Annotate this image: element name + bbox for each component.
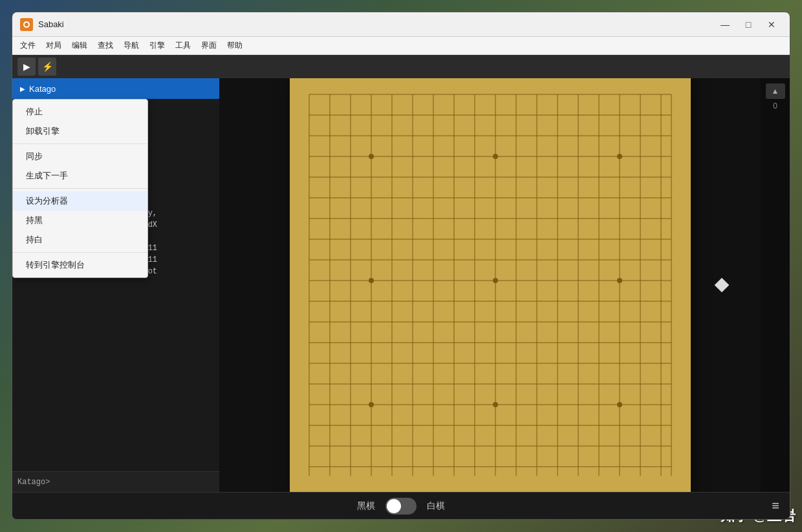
- svg-point-48: [493, 402, 498, 407]
- white-label: 白棋: [427, 500, 445, 512]
- close-button[interactable]: ✕: [761, 16, 782, 34]
- cursor-diamond: [715, 278, 730, 293]
- svg-point-41: [369, 154, 374, 159]
- bottom-bar: 黑棋 白棋 ≡: [12, 492, 790, 519]
- lightning-button[interactable]: ⚡: [38, 58, 56, 76]
- menu-item-查找[interactable]: 查找: [92, 39, 118, 52]
- svg-point-49: [617, 402, 622, 407]
- console-input-bar: Katago>: [12, 471, 219, 492]
- board-svg: [290, 78, 691, 492]
- main-content: ▶ Katago 停止 卸载引擎 同步 生成下一手 设为分析器 持黑 持白 转到…: [12, 78, 790, 492]
- toolbar: ▶ ⚡: [12, 55, 790, 78]
- context-menu: 停止 卸载引擎 同步 生成下一手 设为分析器 持黑 持白 转到引擎控制台: [12, 99, 148, 278]
- menu-item-对局[interactable]: 对局: [41, 39, 67, 52]
- menu-bar: 文件对局编辑查找导航引擎工具界面帮助: [12, 37, 790, 55]
- separator-2: [13, 188, 147, 189]
- svg-point-43: [617, 154, 622, 159]
- go-board-container: [290, 78, 691, 492]
- menu-item-帮助[interactable]: 帮助: [222, 39, 248, 52]
- svg-point-46: [617, 278, 622, 283]
- menu-item-工具[interactable]: 工具: [170, 39, 196, 52]
- menu-item-界面[interactable]: 界面: [196, 39, 222, 52]
- color-toggle[interactable]: [385, 498, 417, 515]
- sabaki-window: Sabaki — □ ✕ 文件对局编辑查找导航引擎工具界面帮助 ▶ ⚡ ▶ Ka…: [12, 12, 790, 520]
- svg-point-44: [369, 278, 374, 283]
- menu-item-编辑[interactable]: 编辑: [67, 39, 92, 52]
- black-label: 黑棋: [357, 500, 375, 512]
- toggle-knob: [387, 499, 401, 513]
- svg-point-42: [493, 154, 498, 159]
- app-icon: [20, 18, 33, 31]
- menu-play-black[interactable]: 持黑: [13, 211, 147, 230]
- menu-item-导航[interactable]: 导航: [118, 39, 144, 52]
- bottom-menu-button[interactable]: ≡: [772, 498, 779, 513]
- engine-item-katago[interactable]: ▶ Katago: [12, 78, 219, 99]
- score-badge: 0: [773, 101, 777, 111]
- play-button[interactable]: ▶: [17, 58, 36, 76]
- svg-point-45: [493, 278, 498, 283]
- menu-unload[interactable]: 卸载引擎: [13, 122, 147, 141]
- scroll-up-button[interactable]: ▲: [766, 83, 785, 99]
- console-input[interactable]: [52, 478, 214, 487]
- menu-sync[interactable]: 同步: [13, 147, 147, 166]
- go-board[interactable]: [290, 78, 691, 492]
- menu-item-文件[interactable]: 文件: [15, 39, 41, 52]
- minimize-button[interactable]: —: [715, 16, 735, 34]
- menu-set-analyzer[interactable]: 设为分析器: [13, 191, 147, 211]
- maximize-button[interactable]: □: [738, 16, 759, 34]
- engine-arrow: ▶: [20, 85, 25, 92]
- menu-engine-console[interactable]: 转到引擎控制台: [13, 255, 147, 275]
- svg-point-47: [369, 402, 374, 407]
- menu-play-white[interactable]: 持白: [13, 230, 147, 250]
- console-prompt: Katago>: [17, 478, 50, 487]
- window-controls: — □ ✕: [715, 16, 782, 34]
- title-bar: Sabaki — □ ✕: [12, 12, 790, 37]
- menu-stop[interactable]: 停止: [13, 102, 147, 122]
- separator-3: [13, 252, 147, 253]
- right-panel: ▲ 0: [761, 78, 790, 492]
- menu-item-引擎[interactable]: 引擎: [144, 39, 170, 52]
- engine-list: ▶ Katago: [12, 78, 219, 99]
- menu-generate[interactable]: 生成下一手: [13, 166, 147, 186]
- svg-point-2: [25, 23, 28, 27]
- separator-1: [13, 144, 147, 144]
- left-panel: ▶ Katago 停止 卸载引擎 同步 生成下一手 设为分析器 持黑 持白 转到…: [12, 78, 219, 492]
- board-area: [219, 78, 761, 492]
- engine-name: Katago: [29, 84, 56, 94]
- window-title: Sabaki: [38, 19, 715, 29]
